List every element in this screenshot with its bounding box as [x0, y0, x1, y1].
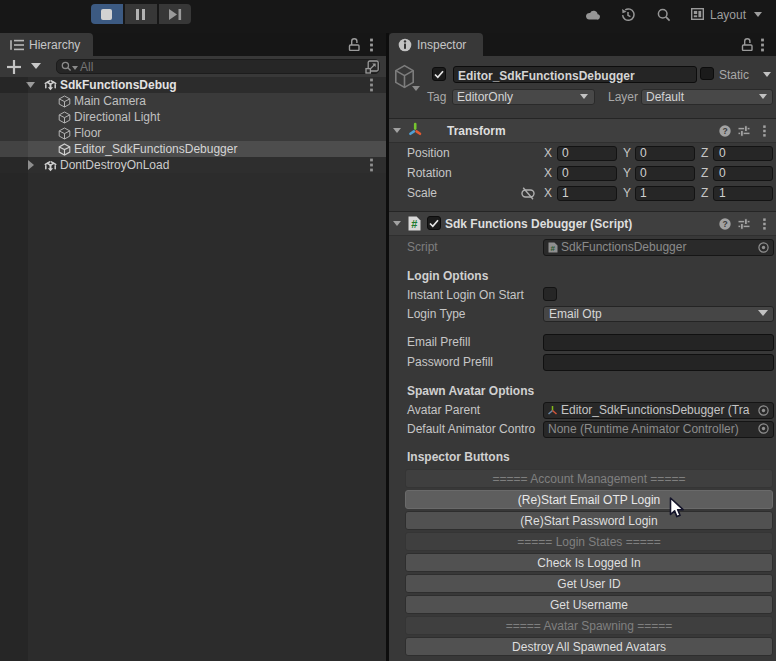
svg-text:#: #: [551, 244, 556, 253]
svg-text:#: #: [411, 218, 417, 230]
svg-text:?: ?: [722, 219, 727, 229]
svg-text:?: ?: [722, 126, 727, 136]
